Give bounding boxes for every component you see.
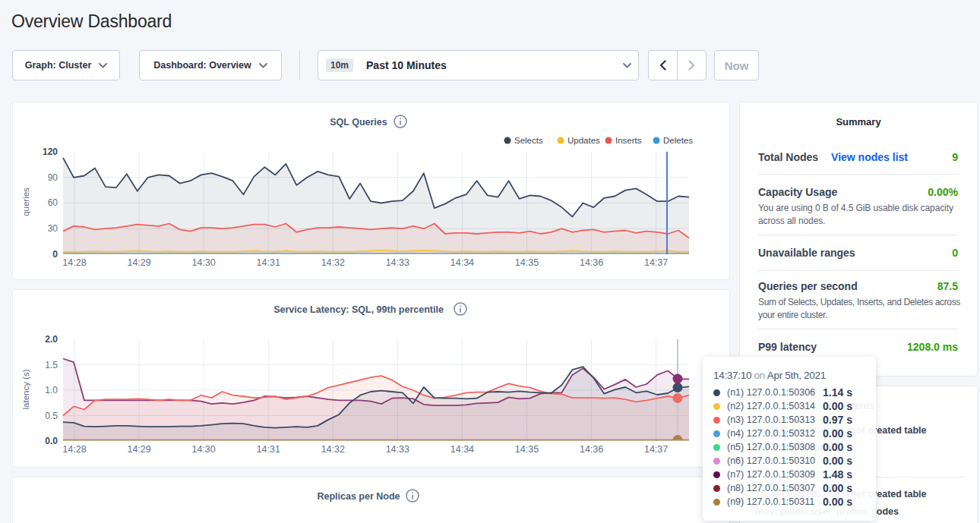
svg-text:2.0: 2.0 <box>45 334 58 345</box>
svg-text:14:34: 14:34 <box>450 257 474 268</box>
svg-text:14:32: 14:32 <box>321 444 345 455</box>
svg-text:120: 120 <box>43 147 58 157</box>
svg-text:14:35: 14:35 <box>515 444 539 455</box>
svg-text:14:33: 14:33 <box>386 257 409 268</box>
svg-text:14:30: 14:30 <box>191 257 215 268</box>
svg-text:14:31: 14:31 <box>257 444 280 455</box>
svg-text:14:29: 14:29 <box>127 257 150 268</box>
svg-text:90: 90 <box>48 172 58 183</box>
svg-text:14:31: 14:31 <box>257 257 280 268</box>
svg-text:Selects: Selects <box>514 136 543 145</box>
svg-text:14:36: 14:36 <box>580 257 603 268</box>
svg-text:14:30: 14:30 <box>191 444 215 455</box>
svg-text:0.0: 0.0 <box>45 436 58 446</box>
svg-text:1.0: 1.0 <box>45 385 58 395</box>
svg-text:14:37: 14:37 <box>644 257 668 268</box>
svg-text:14:36: 14:36 <box>580 444 603 455</box>
svg-text:Service Latency: SQL, 99th per: Service Latency: SQL, 99th percentile <box>273 304 444 315</box>
svg-text:30: 30 <box>48 223 58 234</box>
svg-text:Updates: Updates <box>567 136 600 145</box>
svg-text:14:33: 14:33 <box>386 444 409 455</box>
svg-text:14:29: 14:29 <box>127 444 150 455</box>
svg-text:1.5: 1.5 <box>45 360 58 370</box>
svg-text:Replicas per Node: Replicas per Node <box>317 491 400 502</box>
svg-text:Deletes: Deletes <box>663 136 693 145</box>
svg-text:14:37: 14:37 <box>644 444 668 455</box>
svg-text:14:35: 14:35 <box>515 257 539 268</box>
svg-text:0: 0 <box>52 249 58 260</box>
svg-text:14:34: 14:34 <box>450 444 474 455</box>
svg-text:0.5: 0.5 <box>45 411 58 421</box>
svg-text:60: 60 <box>48 197 58 208</box>
svg-text:14:32: 14:32 <box>321 257 345 268</box>
svg-text:Inserts: Inserts <box>615 136 642 145</box>
svg-text:latency (s): latency (s) <box>21 369 30 409</box>
svg-text:14:28: 14:28 <box>62 257 86 268</box>
svg-text:14:28: 14:28 <box>62 444 86 455</box>
svg-text:queries: queries <box>21 187 30 216</box>
svg-text:SQL Queries: SQL Queries <box>330 117 387 128</box>
